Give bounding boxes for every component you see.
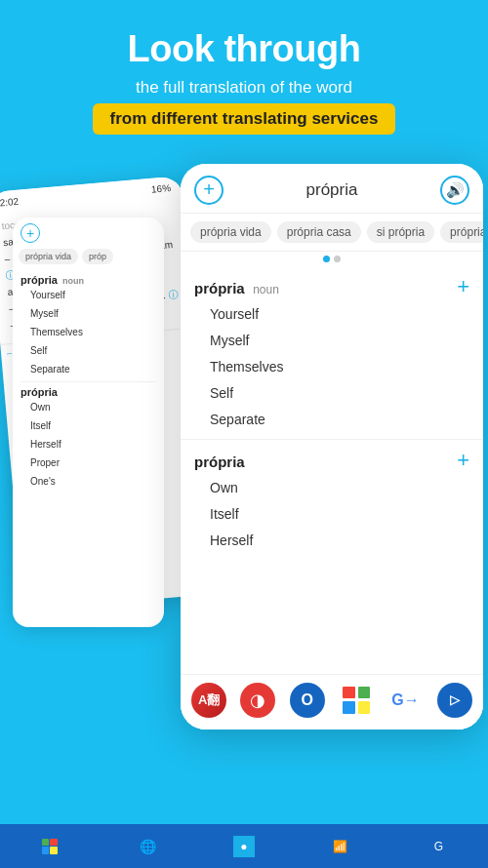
- ms-logo: [343, 687, 370, 714]
- dict-item-own: Own: [194, 475, 469, 501]
- section-1-word: própria noun: [194, 280, 279, 297]
- left-chip[interactable]: própria vida: [19, 249, 78, 264]
- chips-row: própria vida própria casa si própria pró…: [181, 214, 483, 252]
- dict-section-1: própria noun + Yourself Myself Themselve…: [181, 270, 483, 435]
- section-1-header: própria noun +: [194, 276, 469, 297]
- nav-google-translate[interactable]: G→: [387, 683, 423, 718]
- dot-inactive: [334, 256, 341, 262]
- taskbar-icon-signal[interactable]: 📶: [326, 833, 353, 860]
- phone-area: 2:02 16% toce, it salgadas. – Por que vo…: [5, 164, 483, 739]
- dict-item-herself: Herself: [194, 528, 469, 554]
- taskbar-icon-g[interactable]: G: [425, 833, 452, 860]
- foreground-phone: + própria 🔊 própria vida própria casa si…: [181, 164, 483, 730]
- section-divider: [181, 439, 483, 440]
- dict-title-word: própria: [231, 180, 432, 200]
- dot-active: [323, 256, 330, 262]
- chip-3[interactable]: própria c: [440, 221, 483, 243]
- dict-item-myself: Myself: [194, 328, 469, 354]
- left-chip[interactable]: próp: [82, 249, 113, 264]
- chip-1[interactable]: própria casa: [277, 221, 361, 243]
- taskbar: 🌐 ● 📶 G: [0, 824, 488, 868]
- bottom-nav: A翻 ◑ O: [181, 674, 483, 730]
- nav-translator-a[interactable]: A翻: [191, 683, 226, 718]
- pagination-dots: [181, 252, 483, 264]
- dict-panel: + própria 🔊 própria vida própria casa si…: [181, 164, 483, 730]
- left-chips: própria vida próp: [13, 243, 164, 264]
- dict-item-itself: Itself: [194, 501, 469, 528]
- bg-battery: 16%: [151, 182, 172, 195]
- section-2-header: própria +: [194, 450, 469, 471]
- left-content: própria noun Yourself Myself Themselves …: [13, 264, 164, 496]
- dict-header: + própria 🔊: [181, 164, 483, 214]
- nav-oxford[interactable]: O: [290, 683, 325, 718]
- section-1-add[interactable]: +: [457, 276, 469, 297]
- dict-section-2: própria + Own Itself Herself: [181, 444, 483, 556]
- taskbar-icon-1[interactable]: [36, 833, 63, 860]
- main-title: Look through: [20, 29, 468, 70]
- dict-item-themselves: Themselves: [194, 354, 469, 380]
- taskbar-icon-circle[interactable]: ●: [233, 836, 255, 857]
- subtitle: the full translation of the word: [20, 78, 468, 98]
- nav-microsoft[interactable]: [339, 683, 374, 718]
- nav-deepl[interactable]: ▷: [437, 683, 472, 718]
- chip-0[interactable]: própria vida: [190, 221, 271, 243]
- nav-reverso[interactable]: ◑: [240, 683, 275, 718]
- dict-item-separate: Separate: [194, 407, 469, 433]
- section-2-add[interactable]: +: [457, 450, 469, 471]
- left-plus-btn[interactable]: +: [20, 223, 40, 243]
- dict-add-button[interactable]: +: [194, 176, 224, 205]
- bg-time: 2:02: [0, 196, 19, 209]
- taskbar-icon-globe[interactable]: 🌐: [135, 833, 162, 860]
- left-panel: + própria vida próp própria noun Yoursel…: [13, 217, 164, 627]
- dict-item-yourself: Yourself: [194, 301, 469, 328]
- hero-section: Look through the full translation of the…: [0, 0, 488, 154]
- section-2-word: própria: [194, 454, 245, 471]
- chip-2[interactable]: si própria: [367, 221, 434, 243]
- highlight-bar: from different translating services: [93, 103, 396, 135]
- dict-speaker-button[interactable]: 🔊: [440, 176, 469, 205]
- dict-content: própria noun + Yourself Myself Themselve…: [181, 264, 483, 674]
- dict-item-self: Self: [194, 380, 469, 407]
